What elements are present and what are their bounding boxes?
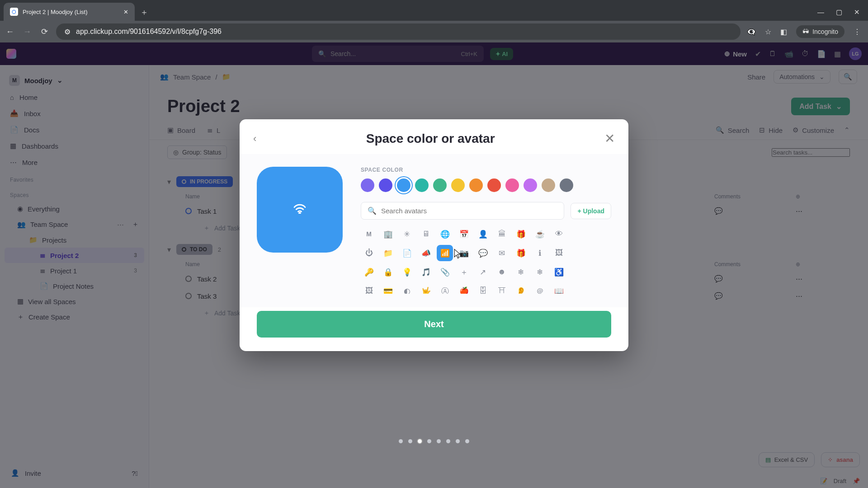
avatar-icon-cell[interactable]: ☕ — [532, 226, 548, 242]
avatar-letter-cell[interactable]: M — [361, 226, 377, 242]
avatar-icon-cell[interactable]: 👁 — [551, 226, 567, 242]
avatar-icon-cell[interactable]: 🏛 — [494, 226, 510, 242]
color-swatch[interactable] — [542, 178, 555, 192]
modal-title: Space color or avatar — [256, 131, 604, 146]
color-swatch-row — [361, 178, 611, 192]
avatar-icon-cell[interactable]: ＠ — [532, 283, 548, 294]
window-close-icon[interactable]: ✕ — [854, 8, 860, 16]
avatar-icon-cell[interactable]: ✉ — [494, 245, 510, 261]
step-indicator — [399, 439, 469, 443]
svg-point-0 — [299, 212, 301, 214]
avatar-icon-cell[interactable]: ＋ — [456, 264, 472, 280]
avatar-icon-cell[interactable]: 📣 — [418, 245, 434, 261]
incognito-icon: 🕶 — [802, 28, 809, 35]
avatar-icon-cell[interactable]: 📶 — [437, 245, 453, 261]
upload-button[interactable]: + Upload — [571, 203, 611, 219]
step-dot[interactable] — [408, 439, 412, 443]
color-swatch[interactable] — [505, 178, 519, 192]
address-bar[interactable]: ⚙ app.clickup.com/9016164592/v/l/8cpfg7g… — [56, 23, 741, 40]
space-color-label: SPACE COLOR — [361, 167, 611, 173]
modal-back-icon[interactable]: ‹ — [253, 133, 256, 145]
color-swatch[interactable] — [487, 178, 501, 192]
avatar-preview — [257, 167, 343, 253]
color-swatch[interactable] — [379, 178, 392, 192]
avatar-search-input[interactable] — [381, 207, 557, 215]
avatar-icon-cell[interactable]: Ⓐ — [437, 283, 453, 294]
avatar-icon-cell[interactable]: ❄ — [532, 264, 548, 280]
avatar-icon-cell[interactable]: 👤 — [475, 226, 491, 242]
avatar-icon-cell[interactable]: 🏢 — [380, 226, 396, 242]
avatar-icon-cell[interactable]: 🖼 — [551, 245, 567, 261]
avatar-icon-cell[interactable]: 🌐 — [437, 226, 453, 242]
avatar-icon-cell[interactable]: 🗄 — [475, 283, 491, 294]
nav-forward-icon: → — [22, 27, 33, 37]
next-button[interactable]: Next — [257, 311, 611, 338]
avatar-icon-cell[interactable]: 🎵 — [418, 264, 434, 280]
avatar-icon-cell[interactable]: 🔑 — [361, 264, 377, 280]
avatar-icon-cell[interactable]: 💳 — [380, 283, 396, 294]
avatar-icon-cell[interactable]: 📖 — [551, 283, 567, 294]
bookmark-icon[interactable]: ☆ — [765, 28, 771, 36]
step-dot[interactable] — [418, 439, 422, 443]
avatar-icon-cell[interactable]: 🖥 — [418, 226, 434, 242]
color-swatch[interactable] — [361, 178, 374, 192]
step-dot[interactable] — [465, 439, 469, 443]
color-swatch[interactable] — [397, 178, 410, 192]
step-dot[interactable] — [427, 439, 431, 443]
search-icon: 🔍 — [368, 206, 377, 215]
avatar-search[interactable]: 🔍 — [361, 202, 564, 220]
modal-close-icon[interactable]: ✕ — [604, 131, 615, 146]
tab-close-icon[interactable]: ✕ — [123, 9, 128, 15]
sidepanel-icon[interactable]: ◧ — [780, 28, 787, 36]
nav-reload-icon[interactable]: ⟳ — [39, 27, 50, 37]
new-tab-button[interactable]: ＋ — [137, 5, 151, 19]
incognito-badge[interactable]: 🕶 Incognito — [796, 25, 844, 38]
avatar-icon-cell[interactable]: ❄ — [513, 264, 529, 280]
avatar-icon-cell[interactable]: 📁 — [380, 245, 396, 261]
avatar-icon-cell[interactable]: 📄 — [399, 245, 415, 261]
avatar-grid: M🏢✳🖥🌐📅👤🏛🎁☕👁⏻📁📄📣📶📷💬✉🎁ℹ🖼🔑🔒💡🎵📎＋↗☻❄❄♿🖼💳◐🤟Ⓐ🍎🗄… — [361, 226, 611, 294]
color-swatch[interactable] — [451, 178, 465, 192]
avatar-icon-cell[interactable]: 💡 — [399, 264, 415, 280]
avatar-icon-cell[interactable]: ♿ — [551, 264, 567, 280]
browser-menu-icon[interactable]: ⋮ — [854, 28, 861, 36]
color-swatch[interactable] — [433, 178, 447, 192]
wifi-icon — [293, 202, 307, 217]
avatar-icon-cell[interactable]: ◐ — [399, 283, 415, 294]
avatar-icon-cell[interactable]: 🎁 — [513, 226, 529, 242]
color-swatch[interactable] — [469, 178, 483, 192]
step-dot[interactable] — [456, 439, 460, 443]
site-settings-icon[interactable]: ⚙ — [64, 28, 71, 36]
color-swatch[interactable] — [524, 178, 537, 192]
avatar-icon-cell[interactable]: ✳ — [399, 226, 415, 242]
avatar-icon-cell[interactable]: ℹ — [532, 245, 548, 261]
step-dot[interactable] — [437, 439, 441, 443]
avatar-icon-cell[interactable]: 🔒 — [380, 264, 396, 280]
avatar-icon-cell[interactable]: 🤟 — [418, 283, 434, 294]
avatar-icon-cell[interactable]: ⛩ — [494, 283, 510, 294]
browser-tab[interactable]: ⬡ Project 2 | Moodjoy (List) ✕ — [4, 3, 135, 21]
space-avatar-modal: ‹ Space color or avatar ✕ SPACE COLOR 🔍 … — [240, 119, 628, 351]
avatar-icon-cell[interactable]: 🎁 — [513, 245, 529, 261]
color-swatch[interactable] — [560, 178, 573, 192]
color-swatch[interactable] — [415, 178, 429, 192]
url-text: app.clickup.com/9016164592/v/l/8cpfg7g-3… — [76, 28, 222, 36]
tab-title: Project 2 | Moodjoy (List) — [23, 9, 88, 15]
avatar-icon-cell[interactable]: 🍎 — [456, 283, 472, 294]
step-dot[interactable] — [446, 439, 450, 443]
nav-back-icon[interactable]: ← — [5, 27, 15, 37]
avatar-icon-cell[interactable]: 💬 — [475, 245, 491, 261]
avatar-icon-cell[interactable]: 🖼 — [361, 283, 377, 294]
avatar-icon-cell[interactable]: 👂 — [513, 283, 529, 294]
avatar-icon-cell[interactable]: ⏻ — [361, 245, 377, 261]
avatar-icon-cell[interactable]: 📎 — [437, 264, 453, 280]
avatar-icon-cell[interactable]: ↗ — [475, 264, 491, 280]
window-maximize-icon[interactable]: ▢ — [836, 8, 842, 16]
tracking-icon[interactable]: 👁‍🗨 — [747, 28, 756, 36]
avatar-icon-cell[interactable]: ☻ — [494, 264, 510, 280]
step-dot[interactable] — [399, 439, 403, 443]
window-minimize-icon[interactable]: ― — [817, 8, 824, 16]
avatar-icon-cell[interactable]: 📅 — [456, 226, 472, 242]
avatar-icon-cell[interactable]: 📷 — [456, 245, 472, 261]
tab-favicon: ⬡ — [10, 8, 18, 16]
